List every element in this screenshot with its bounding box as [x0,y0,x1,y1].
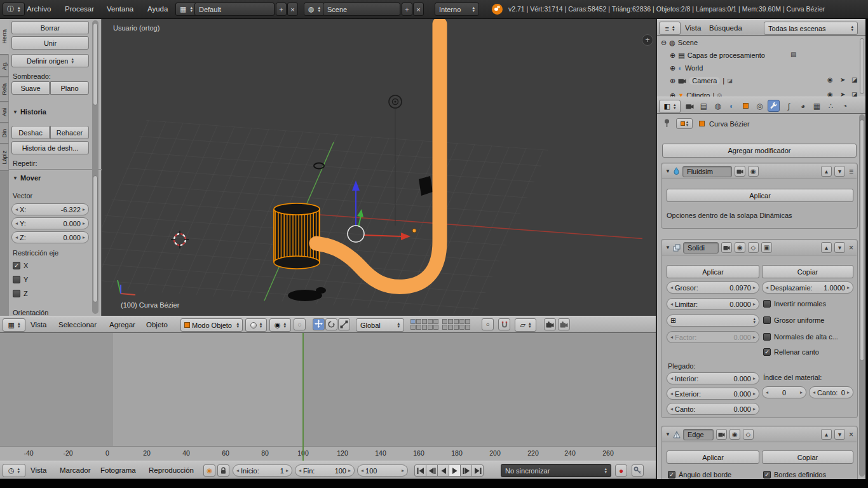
decrement-arrow-icon[interactable]: ◂ [813,390,815,395]
decrement-arrow-icon[interactable]: ◂ [766,285,768,290]
editor-type-3dview-button[interactable]: ▦ ▴▾ [3,318,25,332]
checkbox-icon[interactable]: ✓ [763,471,771,478]
snap-element-dropdown[interactable]: ▱ ▴▾ [515,318,536,332]
plano-button[interactable]: Plano [50,81,89,95]
increment-arrow-icon[interactable]: ▸ [753,301,756,307]
play-button[interactable] [449,464,461,477]
decrement-arrow-icon[interactable]: ◂ [15,220,18,226]
toolshelf-scrollbar-thumb2[interactable] [93,175,98,302]
invertir-normales-checkbox[interactable]: Invertir normales [763,300,826,308]
material-canto-field[interactable]: ◂ Canto: 0 ▸ [809,386,853,398]
modifier-data-icon[interactable]: ◎ [717,92,722,97]
cylinder-object[interactable] [274,203,320,269]
deshacer-button[interactable]: Deshac [11,126,50,139]
delete-scene-button[interactable]: × [413,3,424,16]
mover-x-field[interactable]: ◂ X: -6.322 ▸ [11,203,89,215]
borrar-button[interactable]: Borrar [11,21,89,34]
menu-archivo[interactable]: Archivo [27,5,51,13]
menu-marcador[interactable]: Marcador [60,466,91,474]
expand-icon[interactable]: ⊕ [670,77,675,85]
viewport-3d[interactable]: Usuario (ortog) (100) Curva Bézier + [102,19,656,316]
tab-object[interactable] [740,100,752,112]
checkbox-icon[interactable] [763,333,771,341]
snap-toggle-button[interactable] [498,318,510,330]
axis-x-checkbox[interactable]: ✓ X [13,262,28,269]
move-down-button[interactable]: ▾ [834,166,845,177]
render-toggle-button[interactable] [735,166,745,177]
definir-origen-dropdown[interactable]: Definir origen ▴▾ [11,54,89,67]
increment-arrow-icon[interactable]: ▸ [753,285,756,290]
outliner-scrollbar-thumb[interactable] [860,38,864,94]
solidify-copy-button[interactable]: Copiar [762,265,853,278]
outliner-display-dropdown[interactable]: Todas las escenas ▴▾ [764,22,858,35]
screen-layout-field[interactable]: Default [194,3,275,16]
menu-vista-outliner[interactable]: Vista [685,24,701,32]
move-up-button[interactable]: ▴ [821,166,832,177]
edgesplit-copy-button[interactable]: Copiar [762,451,853,464]
fluidsim-panel-header[interactable]: ▼ Fluidsim ◉ ▴ ▾ ≡ [662,164,857,179]
tab-modifiers[interactable] [768,100,780,112]
current-frame-field[interactable]: ◂ 100 ▸ [357,464,408,477]
historial-deshacer-button[interactable]: Historia de desh... [11,141,89,154]
increment-arrow-icon[interactable]: ▸ [83,207,85,212]
viewport-canvas[interactable] [102,19,656,316]
tab-physics[interactable]: ◔ [839,100,851,112]
tab-scene[interactable]: ◍ [712,100,724,112]
checkbox-icon[interactable]: ✓ [13,262,20,269]
proportional-edit-button[interactable]: ○ [482,318,494,330]
normales-alta-calidad-checkbox[interactable]: Normales de alta c... [763,333,838,341]
editmode-toggle-button[interactable]: ◇ [743,429,754,440]
decrement-arrow-icon[interactable]: ◂ [670,285,673,290]
tab-world[interactable]: ◐ [726,100,738,112]
viewport-toggle-button[interactable]: ◉ [729,429,740,440]
add-layout-button[interactable]: + [276,3,287,16]
increment-arrow-icon[interactable]: ▸ [800,390,803,395]
renderlayer-toggle-icon[interactable]: ▤ [790,51,796,58]
move-up-button[interactable]: ▴ [821,242,832,253]
sync-dropdown[interactable]: No sincronizar ▴▾ [501,464,611,477]
selectable-toggle-icon[interactable]: ➤ [840,76,845,83]
expand-icon[interactable]: ⊕ [670,92,675,97]
increment-arrow-icon[interactable]: ▸ [83,234,85,240]
timeline-ruler[interactable]: -40 -20 0 20 40 60 80 100 120 140 160 18… [0,446,656,461]
tab-constraints[interactable]: ◎ [754,100,766,112]
transform-orientation-dropdown[interactable]: Global ▴▾ [356,318,404,332]
move-down-button[interactable]: ▾ [834,242,845,253]
menu-procesar[interactable]: Procesar [65,5,94,13]
editor-type-properties-button[interactable]: ◧ ▴▾ [659,100,681,113]
move-up-button[interactable]: ▴ [821,429,832,440]
mover-y-field[interactable]: ◂ Y: 0.000 ▸ [11,217,89,229]
decrement-arrow-icon[interactable]: ◂ [15,234,18,240]
lamp-object[interactable] [389,95,402,108]
menu-fotograma[interactable]: Fotograma [100,466,136,474]
delete-layout-button[interactable]: × [287,3,298,16]
decrement-arrow-icon[interactable]: ◂ [670,406,673,412]
historia-panel-header[interactable]: ▼ Historia [13,108,46,116]
editor-type-outliner-button[interactable]: ≡ ▴▾ [659,22,681,35]
expand-icon[interactable]: ⊕ [670,64,675,72]
interior-field[interactable]: ◂ Interior: 0.000 ▸ [667,372,759,384]
decrement-arrow-icon[interactable]: ◂ [361,468,363,473]
camera-data-icon[interactable]: ◪ [727,78,733,84]
next-keyframe-button[interactable] [460,464,472,477]
bordes-definidos-checkbox[interactable]: ✓ Bordes definidos [763,471,826,478]
frame-end-field[interactable]: ◂ Fin: 100 ▸ [295,464,355,477]
decrement-arrow-icon[interactable]: ◂ [236,468,239,473]
increment-arrow-icon[interactable]: ▸ [753,406,756,412]
modifier-name-field[interactable]: Solidi [683,242,719,254]
autokey-button[interactable]: ◉ [203,464,215,477]
hide-toggle-eye-icon[interactable]: ◉ [827,76,833,83]
decrement-arrow-icon[interactable]: ◂ [670,391,673,396]
menu-vista-timeline[interactable]: Vista [31,466,46,474]
delete-modifier-icon[interactable]: × [849,243,853,252]
mover-z-field[interactable]: ◂ Z: 0.000 ▸ [11,231,89,243]
prev-keyframe-button[interactable] [426,464,438,477]
editor-type-timeline-button[interactable]: ◷ ▴▾ [3,464,25,477]
menu-objeto[interactable]: Objeto [146,321,168,329]
rehacer-button[interactable]: Rehacer [50,126,89,139]
increment-arrow-icon[interactable]: ▸ [402,468,404,473]
viewport-toggle-button[interactable]: ◉ [748,166,759,177]
timeline-area[interactable]: -40 -20 0 20 40 60 80 100 120 140 160 18… [0,333,656,461]
play-reverse-button[interactable] [437,464,449,477]
properties-scrollbar-thumb[interactable] [860,119,864,361]
